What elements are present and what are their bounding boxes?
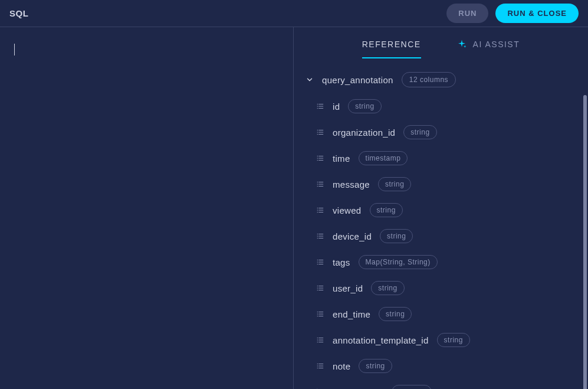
column-name: annotation_template_id bbox=[333, 335, 429, 345]
list-icon bbox=[316, 102, 324, 110]
svg-point-35 bbox=[317, 238, 318, 238]
column-name: tags bbox=[333, 257, 350, 267]
svg-point-3 bbox=[317, 104, 318, 104]
list-icon bbox=[316, 336, 324, 344]
column-type-badge: string bbox=[380, 229, 413, 243]
column-list: idstringorganization_idstringtimetimesta… bbox=[306, 93, 581, 389]
header-buttons: RUN RUN & CLOSE bbox=[446, 4, 579, 23]
column-name: organization_id bbox=[333, 128, 395, 138]
list-icon bbox=[316, 128, 324, 136]
column-item[interactable]: organization_idstring bbox=[306, 119, 581, 145]
reference-content: query_annotation 12 columns idstringorga… bbox=[294, 60, 588, 389]
svg-point-39 bbox=[317, 260, 318, 260]
tab-bar: REFERENCE AI ASSIST bbox=[294, 27, 588, 60]
main-content: REFERENCE AI ASSIST qu bbox=[0, 27, 588, 389]
column-item[interactable]: user_idstring bbox=[306, 275, 581, 301]
svg-point-40 bbox=[317, 261, 318, 262]
column-item[interactable]: viewedstring bbox=[306, 197, 581, 223]
column-name: id bbox=[333, 102, 340, 112]
app-title: SQL bbox=[9, 8, 28, 18]
list-icon bbox=[316, 284, 324, 292]
svg-point-34 bbox=[317, 236, 318, 236]
scrollbar-thumb[interactable] bbox=[583, 95, 587, 389]
svg-point-64 bbox=[317, 365, 318, 366]
svg-point-33 bbox=[317, 234, 318, 234]
svg-point-57 bbox=[317, 338, 318, 338]
tab-ai-assist-label: AI ASSIST bbox=[473, 40, 520, 49]
svg-point-21 bbox=[317, 182, 318, 182]
svg-point-11 bbox=[317, 134, 318, 135]
columns-count-badge: 12 columns bbox=[402, 72, 456, 87]
column-item[interactable]: notestring bbox=[306, 353, 581, 379]
list-icon bbox=[316, 154, 324, 162]
column-item[interactable]: idstring bbox=[306, 93, 581, 119]
column-type-badge: string bbox=[359, 359, 392, 373]
column-item[interactable]: tagsMap(String, String) bbox=[306, 249, 581, 275]
svg-point-59 bbox=[317, 342, 318, 342]
svg-point-41 bbox=[317, 264, 318, 264]
column-type-badge: Map(String, String) bbox=[359, 255, 438, 269]
svg-point-27 bbox=[317, 208, 318, 208]
svg-point-52 bbox=[317, 313, 318, 314]
scrollbar-track[interactable] bbox=[583, 95, 587, 389]
svg-point-45 bbox=[317, 286, 318, 286]
column-type-badge: timestamp bbox=[359, 151, 408, 165]
tab-reference[interactable]: REFERENCE bbox=[362, 40, 421, 58]
header-bar: SQL RUN RUN & CLOSE bbox=[0, 0, 588, 27]
sparkle-icon bbox=[456, 39, 467, 50]
column-type-badge: string bbox=[379, 307, 412, 321]
svg-point-17 bbox=[317, 160, 318, 161]
column-type-badge: string bbox=[371, 281, 404, 295]
svg-point-23 bbox=[317, 186, 318, 187]
svg-point-58 bbox=[317, 339, 318, 340]
svg-point-10 bbox=[317, 132, 318, 132]
column-item[interactable]: messagestring bbox=[306, 171, 581, 197]
list-icon bbox=[316, 310, 324, 318]
column-item[interactable]: timetimestamp bbox=[306, 145, 581, 171]
tab-reference-label: REFERENCE bbox=[362, 40, 421, 49]
list-icon bbox=[316, 206, 324, 214]
svg-point-5 bbox=[317, 108, 318, 109]
svg-point-53 bbox=[317, 316, 318, 316]
list-icon bbox=[316, 258, 324, 266]
svg-point-9 bbox=[317, 130, 318, 130]
column-name: device_id bbox=[333, 231, 372, 241]
svg-point-4 bbox=[317, 106, 318, 106]
column-type-badge: number bbox=[392, 385, 432, 389]
svg-point-16 bbox=[317, 158, 318, 158]
svg-point-29 bbox=[317, 212, 318, 213]
chevron-down-icon bbox=[306, 76, 314, 84]
list-icon bbox=[316, 362, 324, 370]
svg-point-47 bbox=[317, 290, 318, 290]
run-and-close-button[interactable]: RUN & CLOSE bbox=[495, 4, 579, 23]
column-item[interactable]: duration_msnumber bbox=[306, 379, 581, 389]
reference-pane: REFERENCE AI ASSIST qu bbox=[294, 27, 588, 389]
column-type-badge: string bbox=[370, 203, 403, 217]
column-item[interactable]: annotation_template_idstring bbox=[306, 327, 581, 353]
column-name: viewed bbox=[333, 205, 362, 215]
list-icon bbox=[316, 232, 324, 240]
column-name: end_time bbox=[333, 309, 370, 319]
column-item[interactable]: device_idstring bbox=[306, 223, 581, 249]
list-icon bbox=[316, 180, 324, 188]
svg-point-63 bbox=[317, 364, 318, 364]
column-name: duration_ms bbox=[333, 387, 383, 390]
svg-point-46 bbox=[317, 287, 318, 288]
column-name: message bbox=[333, 179, 370, 189]
column-item[interactable]: end_timestring bbox=[306, 301, 581, 327]
svg-point-22 bbox=[317, 184, 318, 184]
column-type-badge: string bbox=[378, 177, 411, 191]
column-type-badge: string bbox=[403, 125, 436, 139]
column-type-badge: string bbox=[437, 333, 470, 347]
column-name: user_id bbox=[333, 283, 363, 293]
column-name: time bbox=[333, 153, 350, 164]
run-button[interactable]: RUN bbox=[446, 4, 488, 23]
editor-cursor bbox=[14, 44, 15, 55]
svg-point-51 bbox=[317, 312, 318, 312]
tab-ai-assist[interactable]: AI ASSIST bbox=[456, 39, 520, 59]
svg-point-65 bbox=[317, 368, 318, 368]
sql-editor-pane[interactable] bbox=[0, 27, 294, 389]
table-name: query_annotation bbox=[322, 75, 393, 85]
column-name: note bbox=[333, 361, 350, 371]
table-header[interactable]: query_annotation 12 columns bbox=[306, 72, 581, 87]
